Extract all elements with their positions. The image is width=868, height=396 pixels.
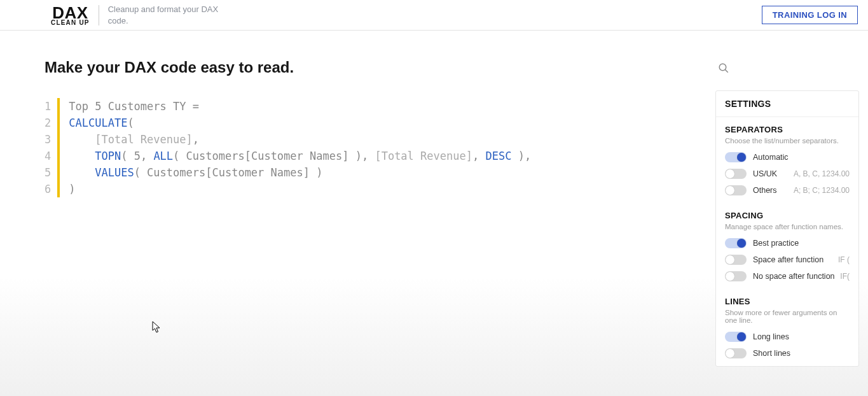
spacing-section: SPACING Manage space after function name…	[716, 203, 858, 289]
code-token: VALUES	[95, 166, 134, 179]
option-label: Best practice	[753, 239, 850, 248]
code-token: ,	[472, 150, 485, 162]
toggle[interactable]	[725, 185, 747, 195]
code-token: [Total Revenue]	[375, 150, 472, 162]
lines-desc: Show more or fewer arguments on one line…	[725, 309, 850, 324]
option-label: Automatic	[753, 153, 850, 162]
line-gutter: 123456	[45, 98, 57, 197]
code-token: TOPN	[95, 150, 121, 162]
code-token	[69, 150, 95, 162]
code-editor[interactable]: 123456 Top 5 Customers TY =CALCULATE( [T…	[45, 98, 696, 197]
code-token: )	[310, 166, 322, 179]
logo-main: DAX	[52, 4, 88, 21]
code-line[interactable]: )	[69, 181, 531, 197]
code-token: ,	[362, 150, 375, 162]
code-token: ,	[525, 150, 531, 162]
toggle[interactable]	[725, 348, 747, 358]
code-token: (	[134, 166, 147, 179]
lines-option[interactable]: Long lines	[725, 329, 850, 344]
line-number: 5	[45, 164, 51, 181]
code-line[interactable]: Top 5 Customers TY =	[69, 98, 531, 115]
option-label: Others	[753, 186, 794, 195]
toggle[interactable]	[725, 152, 747, 162]
search-icon[interactable]	[718, 62, 729, 76]
header-divider	[99, 5, 99, 25]
line-number: 4	[45, 148, 51, 164]
code-token: (	[127, 117, 134, 129]
code-line[interactable]: VALUES( Customers[Customer Names] )	[69, 164, 531, 181]
code-token: CALCULATE	[69, 117, 127, 129]
option-hint: A; B; C; 1234.00	[794, 186, 850, 195]
logo-subtitle: CLEAN UP	[51, 20, 90, 26]
option-label: Long lines	[753, 332, 850, 341]
code-line[interactable]: [Total Revenue],	[69, 131, 531, 148]
page-title: Make your DAX code easy to read.	[45, 59, 696, 76]
code-token: Top 5 Customers TY	[69, 100, 192, 113]
code-token: 5	[134, 150, 141, 162]
code-token: =	[193, 100, 199, 113]
spacing-option[interactable]: Space after functionIF (	[725, 252, 850, 267]
code-token: ALL	[153, 150, 173, 162]
option-label: Space after function	[753, 255, 838, 264]
lines-option[interactable]: Short lines	[725, 346, 850, 361]
lines-section: LINES Show more or fewer arguments on on…	[716, 289, 858, 366]
separators-title: SEPARATORS	[725, 125, 850, 134]
svg-point-0	[719, 64, 726, 71]
header: DAX CLEAN UP Cleanup and format your DAX…	[0, 0, 868, 31]
line-number: 2	[45, 115, 51, 131]
line-number: 1	[45, 98, 51, 115]
code-token: DESC	[485, 150, 511, 162]
settings-panel: SETTINGS SEPARATORS Choose the list/numb…	[715, 90, 859, 367]
option-hint: IF(	[840, 272, 850, 281]
option-hint: A, B, C, 1234.00	[794, 169, 850, 178]
code-line[interactable]: CALCULATE(	[69, 115, 531, 131]
spacing-option[interactable]: Best practice	[725, 236, 850, 251]
spacing-desc: Manage space after function names.	[725, 223, 850, 230]
separators-section: SEPARATORS Choose the list/number separa…	[716, 117, 858, 203]
option-hint: IF (	[838, 255, 850, 264]
separators-option[interactable]: Automatic	[725, 150, 850, 165]
line-number: 6	[45, 181, 51, 197]
logo[interactable]: DAX CLEAN UP	[51, 4, 90, 26]
toggle[interactable]	[725, 238, 747, 248]
code-token: )	[348, 150, 361, 162]
spacing-option[interactable]: No space after functionIF(	[725, 269, 850, 284]
code-line[interactable]: TOPN( 5, ALL( Customers[Customer Names] …	[69, 148, 531, 164]
code-token: Customers[Customer Names]	[186, 150, 349, 162]
code-token: ,	[193, 133, 199, 146]
code-token	[69, 166, 95, 179]
code-token: (	[121, 150, 134, 162]
toggle[interactable]	[725, 169, 747, 179]
code-token: ,	[141, 150, 153, 162]
code-token: [Total Revenue]	[95, 133, 193, 146]
code-token: )	[69, 183, 75, 195]
option-label: No space after function	[753, 272, 840, 281]
option-label: US/UK	[753, 169, 794, 178]
line-number: 3	[45, 131, 51, 148]
spacing-title: SPACING	[725, 211, 850, 220]
svg-line-1	[725, 69, 728, 73]
toggle[interactable]	[725, 332, 747, 342]
tagline: Cleanup and format your DAX code.	[108, 4, 235, 26]
toggle[interactable]	[725, 271, 747, 281]
code-token	[69, 133, 95, 146]
lines-title: LINES	[725, 297, 850, 306]
code-token: )	[511, 150, 524, 162]
training-login-button[interactable]: TRAINING LOG IN	[762, 6, 858, 24]
modified-marker	[57, 98, 60, 197]
separators-option[interactable]: OthersA; B; C; 1234.00	[725, 183, 850, 198]
code-token: Customers[Customer Names]	[147, 166, 310, 179]
option-label: Short lines	[753, 349, 850, 358]
code-area[interactable]: Top 5 Customers TY =CALCULATE( [Total Re…	[69, 98, 531, 197]
toggle[interactable]	[725, 255, 747, 265]
separators-option[interactable]: US/UKA, B, C, 1234.00	[725, 166, 850, 181]
settings-header: SETTINGS	[716, 91, 858, 117]
separators-desc: Choose the list/number separators.	[725, 137, 850, 145]
code-token: (	[173, 150, 186, 162]
